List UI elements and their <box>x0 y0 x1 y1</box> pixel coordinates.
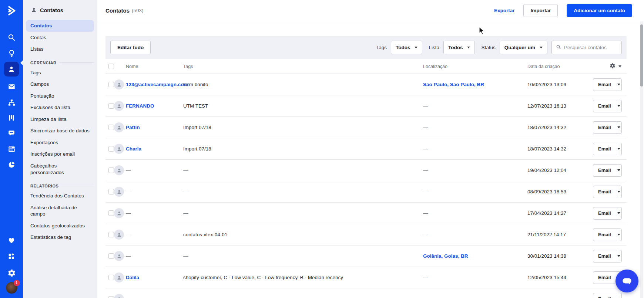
contact-location[interactable]: — <box>423 275 428 280</box>
row-checkbox[interactable] <box>108 125 114 130</box>
contact-name[interactable]: — <box>126 189 131 194</box>
email-dropdown-toggle[interactable] <box>616 79 621 91</box>
email-dropdown-toggle[interactable] <box>616 293 621 298</box>
sidebar-item-an-lise-detalhada-de-campo[interactable]: Análise detalhada de campo <box>26 202 94 220</box>
sidebar-item-exporta-es[interactable]: Exportações <box>26 137 94 149</box>
column-header-name[interactable]: Nome <box>126 64 183 69</box>
contacts-icon[interactable] <box>4 62 19 77</box>
user-avatar[interactable]: 1 <box>6 282 17 294</box>
email-button[interactable]: Email <box>593 293 616 298</box>
email-button[interactable]: Email <box>593 186 616 198</box>
email-button[interactable]: Email <box>593 207 616 219</box>
sidebar-item-contatos[interactable]: Contatos <box>26 20 94 32</box>
contact-location[interactable]: — <box>423 210 428 216</box>
contact-name[interactable]: 123@activecampaign.com <box>126 82 188 87</box>
sidebar-item-tags[interactable]: Tags <box>26 67 94 79</box>
reports-icon[interactable] <box>6 159 17 170</box>
email-button[interactable]: Email <box>593 229 616 241</box>
search-input[interactable] <box>564 45 618 50</box>
row-checkbox[interactable] <box>108 210 114 216</box>
email-dropdown-toggle[interactable] <box>616 122 621 133</box>
column-settings-gear-icon[interactable] <box>610 63 616 70</box>
contact-location[interactable]: — <box>423 189 428 194</box>
vertical-scrollbar[interactable] <box>640 21 643 298</box>
contact-location[interactable]: — <box>423 125 428 130</box>
campaigns-icon[interactable] <box>6 81 17 92</box>
referral-heart-icon[interactable] <box>6 234 17 245</box>
contact-location[interactable]: — <box>423 167 428 173</box>
sidebar-item-inscri-es-por-email[interactable]: Inscrições por email <box>26 148 94 160</box>
status-filter-dropdown[interactable]: Qualquer um <box>500 41 547 54</box>
apps-icon[interactable] <box>6 251 17 262</box>
contact-location[interactable]: Goiânia, Goias, BR <box>423 253 468 259</box>
contact-location[interactable]: — <box>423 232 428 237</box>
edit-all-button[interactable]: Editar tudo <box>110 41 151 54</box>
email-dropdown-toggle[interactable] <box>616 207 621 219</box>
email-button[interactable]: Email <box>593 165 616 176</box>
row-checkbox[interactable] <box>108 146 114 152</box>
sidebar-item-exclus-es-da-lista[interactable]: Exclusões da lista <box>26 102 94 114</box>
activecampaign-logo-icon[interactable] <box>6 5 17 16</box>
contact-location[interactable]: — <box>423 103 428 109</box>
sidebar-item-cabe-alhos-personalizados[interactable]: Cabeçalhos personalizados <box>26 160 94 178</box>
contact-name[interactable]: — <box>126 167 131 173</box>
column-header-created[interactable]: Data da criação <box>527 64 593 69</box>
sidebar-item-pontua-o[interactable]: Pontuação <box>26 90 94 102</box>
row-checkbox[interactable] <box>108 189 114 194</box>
email-button[interactable]: Email <box>593 122 616 133</box>
pipelines-icon[interactable] <box>6 112 17 123</box>
chevron-down-icon[interactable] <box>618 65 621 67</box>
sidebar-item-estat-sticas-de-tag[interactable]: Estatísticas de tag <box>26 231 94 243</box>
contact-name[interactable]: FERNANDO <box>126 103 154 109</box>
settings-gear-icon[interactable] <box>6 267 17 278</box>
email-button[interactable]: Email <box>593 143 616 155</box>
export-button[interactable]: Exportar <box>494 8 515 13</box>
contact-name[interactable]: — <box>126 232 131 237</box>
email-dropdown-toggle[interactable] <box>616 100 621 112</box>
email-dropdown-toggle[interactable] <box>616 229 621 241</box>
row-checkbox[interactable] <box>108 167 114 173</box>
contact-name[interactable]: Pattin <box>126 125 140 130</box>
search-icon[interactable] <box>6 32 17 43</box>
import-button[interactable]: Importar <box>523 4 558 17</box>
sidebar-item-sincronizar-base-de-dados[interactable]: Sincronizar base de dados <box>26 125 94 137</box>
site-icon[interactable] <box>6 143 17 155</box>
add-contact-button[interactable]: Adicionar um contato <box>567 4 632 17</box>
contact-name[interactable]: Charla <box>126 146 141 152</box>
email-button[interactable]: Email <box>593 272 616 284</box>
chat-widget-button[interactable] <box>616 270 638 292</box>
contact-name[interactable]: — <box>126 253 131 259</box>
contact-name[interactable]: Dalila <box>126 275 139 280</box>
row-checkbox[interactable] <box>108 103 114 109</box>
email-dropdown-toggle[interactable] <box>616 165 621 176</box>
email-button[interactable]: Email <box>593 79 616 91</box>
row-checkbox[interactable] <box>108 296 114 298</box>
email-button[interactable]: Email <box>593 250 616 262</box>
conversations-icon[interactable] <box>6 128 17 139</box>
sidebar-item-contatos-geolocalizados[interactable]: Contatos geolocalizados <box>26 220 94 232</box>
automations-icon[interactable] <box>6 97 17 108</box>
email-button[interactable]: Email <box>593 100 616 112</box>
column-header-tags[interactable]: Tags <box>183 64 423 69</box>
list-filter-dropdown[interactable]: Todos <box>443 41 475 54</box>
email-dropdown-toggle[interactable] <box>616 186 621 198</box>
ideas-icon[interactable] <box>6 48 17 59</box>
column-header-location[interactable]: Localização <box>423 64 527 69</box>
sidebar-item-contas[interactable]: Contas <box>26 32 94 44</box>
contact-location[interactable]: — <box>423 146 428 152</box>
sidebar-item-tend-ncia-dos-contatos[interactable]: Tendência dos Contatos <box>26 190 94 202</box>
sidebar-item-limpeza-da-lista[interactable]: Limpeza da lista <box>26 114 94 125</box>
row-checkbox[interactable] <box>108 232 114 237</box>
email-dropdown-toggle[interactable] <box>616 250 621 262</box>
row-checkbox[interactable] <box>108 275 114 280</box>
contact-name[interactable]: — <box>126 210 131 216</box>
sidebar-item-listas[interactable]: Listas <box>26 43 94 55</box>
row-checkbox[interactable] <box>108 253 114 259</box>
sidebar-item-campos[interactable]: Campos <box>26 78 94 90</box>
scrollbar-thumb[interactable] <box>640 24 643 87</box>
select-all-checkbox[interactable] <box>108 64 114 69</box>
contact-location[interactable]: São Paulo, Sao Paulo, BR <box>423 82 484 87</box>
row-checkbox[interactable] <box>108 82 114 87</box>
email-dropdown-toggle[interactable] <box>616 143 621 155</box>
tags-filter-dropdown[interactable]: Todos <box>391 41 423 54</box>
